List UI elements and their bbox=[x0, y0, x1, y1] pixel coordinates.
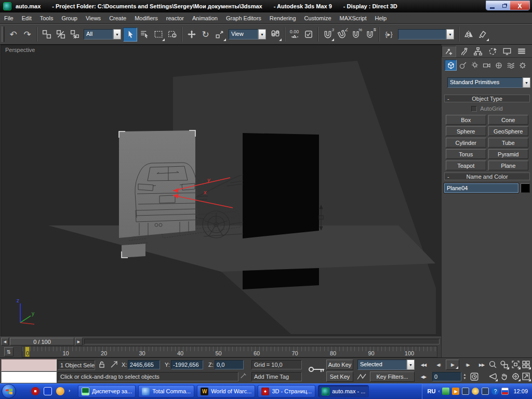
tray-collapse-chevron[interactable]: ‹ bbox=[438, 389, 440, 394]
menu-item[interactable]: File bbox=[0, 14, 18, 23]
menu-item[interactable]: Views bbox=[82, 14, 105, 23]
primitive-button[interactable]: Cylinder bbox=[446, 138, 486, 148]
menu-item[interactable]: Group bbox=[57, 14, 82, 23]
communicate-icon[interactable] bbox=[240, 373, 247, 381]
frame-spinner[interactable]: ▲▼ bbox=[462, 372, 468, 381]
quick-launch-app-icon[interactable] bbox=[44, 387, 52, 395]
snaps-toggle-button[interactable]: 3 bbox=[321, 28, 335, 42]
maximize-viewport-toggle-button[interactable] bbox=[521, 371, 531, 382]
taskbar-window-button[interactable]: 3D - Страниц... bbox=[258, 385, 315, 397]
redo-button[interactable]: ↷ bbox=[20, 28, 34, 42]
angle-snap-toggle-button[interactable]: ∠ bbox=[335, 28, 349, 42]
rear-blueprint-plane-below-ground[interactable] bbox=[122, 244, 145, 258]
quick-launch-opera-icon[interactable] bbox=[31, 387, 39, 395]
select-and-move-button[interactable] bbox=[184, 28, 198, 42]
bind-to-space-warp-icon[interactable] bbox=[68, 28, 82, 42]
category-dropdown[interactable]: Standard Primitives ▼ bbox=[447, 77, 530, 88]
use-pivot-center-button[interactable] bbox=[268, 28, 282, 42]
unlink-selection-icon[interactable] bbox=[54, 28, 68, 42]
auto-key-button[interactable]: Auto Key bbox=[326, 360, 353, 370]
tab-motion[interactable] bbox=[485, 46, 500, 57]
zoom-extents-all-button[interactable] bbox=[521, 359, 531, 370]
taskbar-window-button[interactable]: auto.max - ... bbox=[318, 385, 369, 397]
key-mode-toggle-button[interactable]: ◀▶ bbox=[417, 371, 430, 382]
subtab-lights[interactable] bbox=[469, 60, 481, 71]
minimize-button[interactable] bbox=[486, 1, 498, 10]
go-to-end-button[interactable]: ▶▶ bbox=[475, 360, 488, 370]
tray-icon-help[interactable]: ? bbox=[491, 388, 499, 395]
zoom-button[interactable] bbox=[487, 359, 498, 370]
taskbar-window-button[interactable]: Диспетчер за... bbox=[78, 385, 136, 397]
go-to-start-button[interactable]: ◀◀ bbox=[417, 360, 430, 370]
start-button[interactable] bbox=[2, 384, 16, 398]
dropdown-arrow-icon[interactable]: ▼ bbox=[407, 360, 415, 370]
rollout-collapse-icon[interactable]: - bbox=[447, 174, 449, 180]
toolbar-grip[interactable] bbox=[2, 26, 5, 42]
tray-icon-russian-flag[interactable] bbox=[501, 388, 509, 395]
select-and-link-icon[interactable] bbox=[39, 28, 54, 42]
select-object-button[interactable] bbox=[123, 28, 137, 42]
menu-item[interactable]: reactor bbox=[162, 14, 188, 23]
tab-create[interactable] bbox=[442, 46, 456, 57]
dropdown-arrow-icon[interactable]: ▼ bbox=[258, 29, 266, 39]
primitive-button[interactable]: Teapot bbox=[446, 161, 486, 170]
previous-frame-arrow[interactable]: ◀ bbox=[1, 338, 9, 345]
primitive-button[interactable]: Torus bbox=[446, 149, 486, 159]
rollout-collapse-icon[interactable]: - bbox=[447, 96, 449, 102]
name-color-rollout-header[interactable]: - Name and Color bbox=[444, 172, 530, 180]
primitive-button[interactable]: GeoSphere bbox=[488, 126, 529, 136]
tab-utilities[interactable] bbox=[514, 46, 529, 57]
reference-coordinate-dropdown[interactable]: View ▼ bbox=[229, 29, 266, 39]
field-of-view-button[interactable] bbox=[487, 371, 498, 382]
menu-item[interactable]: MAXScript bbox=[336, 14, 371, 23]
menu-item[interactable]: Graph Editors bbox=[222, 14, 265, 23]
key-mode-dropdown[interactable]: Selected ▼ bbox=[357, 360, 415, 370]
undo-button[interactable]: ↶ bbox=[6, 28, 20, 42]
primitive-button[interactable]: Tube bbox=[488, 138, 529, 148]
named-selection-sets-dropdown[interactable]: ▼ bbox=[398, 29, 454, 39]
select-by-name-button[interactable] bbox=[137, 28, 151, 42]
subtab-shapes[interactable] bbox=[457, 60, 469, 71]
subtab-cameras[interactable] bbox=[481, 60, 493, 71]
language-indicator[interactable]: RU bbox=[428, 388, 436, 394]
menu-item[interactable]: Edit bbox=[18, 14, 36, 23]
tray-icon-display[interactable] bbox=[462, 388, 469, 395]
pan-view-button[interactable] bbox=[499, 371, 510, 382]
current-frame-field[interactable]: 0 bbox=[432, 372, 461, 381]
menu-item[interactable]: Customize bbox=[300, 14, 336, 23]
default-in-out-tangent-icon[interactable] bbox=[356, 372, 367, 382]
close-button[interactable]: X bbox=[510, 1, 529, 10]
object-name-input[interactable]: Plane04 bbox=[444, 183, 518, 193]
zoom-extents-button[interactable] bbox=[510, 359, 521, 370]
next-frame-button[interactable]: ‖▶ bbox=[461, 360, 474, 370]
black-plane-upper[interactable] bbox=[243, 133, 319, 238]
viewport-scene[interactable]: y x z y bbox=[1, 45, 442, 337]
viewport-label[interactable]: Perspective bbox=[5, 47, 35, 53]
key-filters-button[interactable]: Key Filters... bbox=[370, 371, 415, 382]
taskbar-window-button[interactable]: Total Comma... bbox=[138, 385, 194, 397]
previous-frame-button[interactable]: ◀‖ bbox=[432, 360, 445, 370]
tray-icon-player[interactable]: ▶ bbox=[452, 388, 459, 395]
arc-rotate-button[interactable] bbox=[510, 371, 521, 382]
tab-display[interactable] bbox=[500, 46, 514, 57]
set-key-button[interactable]: Set Key bbox=[326, 371, 353, 382]
dropdown-arrow-icon[interactable]: ▼ bbox=[446, 29, 454, 39]
autogrid-checkbox[interactable] bbox=[471, 106, 477, 112]
tab-modify[interactable] bbox=[456, 46, 471, 57]
play-button[interactable]: ▶ bbox=[446, 360, 459, 370]
object-type-rollout-header[interactable]: - Object Type bbox=[444, 95, 530, 102]
maxscript-mini-listener-pink[interactable] bbox=[1, 359, 57, 371]
select-and-rotate-button[interactable]: ↻ bbox=[198, 28, 212, 42]
time-slider-track[interactable] bbox=[84, 339, 440, 344]
primitive-button[interactable]: Box bbox=[446, 115, 486, 125]
quick-launch-expand-chevron[interactable]: › bbox=[69, 388, 74, 394]
subtab-helpers[interactable] bbox=[493, 60, 504, 71]
open-mini-curve-editor-button[interactable]: ⇅ bbox=[4, 347, 14, 356]
spinner-snap-toggle-button[interactable]: ⇅ bbox=[363, 28, 377, 42]
selection-lock-icon[interactable] bbox=[98, 361, 106, 370]
rectangular-selection-region-button[interactable] bbox=[151, 28, 165, 42]
perspective-viewport[interactable]: Perspective bbox=[1, 45, 441, 337]
time-configuration-button[interactable] bbox=[470, 372, 479, 382]
selection-filter-dropdown[interactable]: All ▼ bbox=[84, 29, 121, 39]
dropdown-arrow-icon[interactable]: ▼ bbox=[523, 77, 530, 88]
